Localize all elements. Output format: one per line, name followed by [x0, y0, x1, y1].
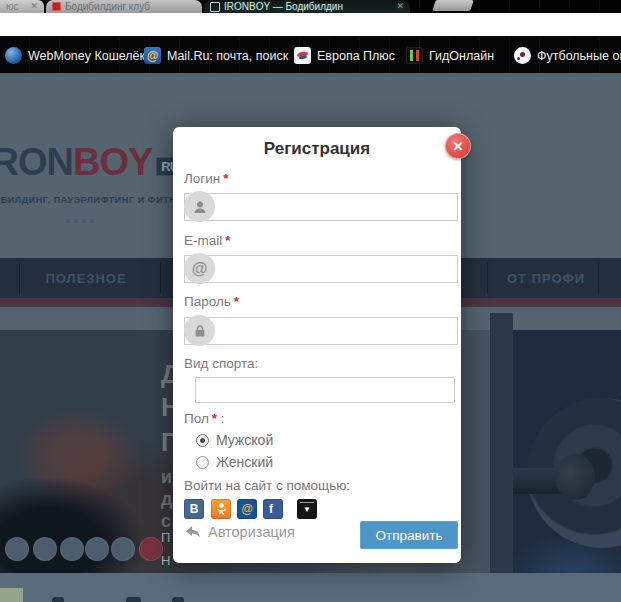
new-tab-button[interactable] — [432, 0, 474, 11]
sidebar-image-dumbbell[interactable] — [513, 330, 621, 577]
lock-icon — [184, 315, 215, 346]
radio-female-label: Женский — [216, 454, 273, 470]
slider-dot-5[interactable] — [111, 537, 135, 561]
slider-dot-1[interactable] — [5, 537, 29, 561]
nav-separator — [160, 262, 161, 294]
slider-dot-4[interactable] — [85, 537, 109, 561]
nav-separator — [598, 262, 599, 294]
address-bar[interactable] — [0, 13, 621, 38]
nav-item-label: ПОЛЕЗНОЕ — [45, 271, 126, 286]
mailru-social-icon[interactable]: @ — [237, 499, 257, 519]
sport-label: Вид спорта: — [184, 356, 258, 371]
nav-separator — [487, 262, 488, 294]
gender-label: Пол* : — [184, 411, 225, 426]
gidonline-icon — [406, 47, 423, 64]
required-asterisk: * — [225, 233, 230, 248]
required-asterisk: * — [234, 294, 239, 309]
nav-item-label: ОТ ПРОФИ — [507, 271, 585, 286]
bookmark-webmoney[interactable]: WebMoney Кошелёк — [5, 38, 145, 73]
reply-arrow-icon — [184, 524, 202, 540]
gender-option-male[interactable]: Мужской — [196, 432, 273, 448]
slider-text-fragment: с — [161, 512, 171, 530]
webmoney-icon — [5, 47, 22, 64]
nav-item-poleznoe[interactable]: ПОЛЕЗНОЕ — [30, 258, 142, 298]
brand-tagline: БОДИБИЛДИНГ, ПАУЭРЛИФТИНГ И ФИТНЕС — [0, 195, 174, 205]
bookmarks-bar: WebMoney Кошелёк @ Mail.Ru: почта, поиск… — [0, 38, 621, 73]
brand-part-boy: BOY — [73, 141, 152, 183]
cms-favicon-icon — [52, 2, 61, 11]
slider-text-fragment: П — [161, 531, 170, 544]
bookmark-label: Европа Плюс — [317, 49, 395, 63]
more-providers-icon[interactable]: ▼ — [297, 499, 317, 519]
login-input[interactable] — [184, 193, 458, 221]
football-icon — [514, 47, 531, 64]
bookmark-europa-plus[interactable]: Европа Плюс — [294, 38, 395, 73]
email-input[interactable] — [184, 255, 458, 283]
site-logo[interactable]: IRONBOYRU БОДИБИЛДИНГ, ПАУЭРЛИФТИНГ И ФИ… — [0, 73, 174, 248]
facebook-icon[interactable]: f — [263, 499, 283, 519]
social-login-label: Войти на сайт с помощью: — [184, 478, 350, 493]
logo-dots — [66, 219, 94, 223]
required-asterisk: * — [212, 411, 217, 426]
bookmark-label: Mail.Ru: почта, поиск — [167, 49, 288, 63]
bookmark-label: Футбольные онлайн — [537, 49, 621, 63]
page-content-strip — [0, 573, 621, 602]
bookmark-label: ГидОнлайн — [429, 49, 494, 63]
mailru-icon: @ — [144, 47, 161, 64]
slider-text-fragment: Н — [161, 554, 170, 567]
slider-dot-2[interactable] — [33, 537, 57, 561]
slider-dot-3[interactable] — [60, 537, 84, 561]
nav-item-ot-profi[interactable]: ОТ ПРОФИ — [498, 258, 594, 298]
tab-close-icon[interactable]: ✕ — [396, 2, 404, 11]
clipped-heading — [126, 597, 141, 602]
gender-option-female[interactable]: Женский — [196, 454, 273, 470]
slider-text-fragment: д — [161, 490, 172, 508]
bookmark-gidonline[interactable]: ГидОнлайн — [406, 38, 494, 73]
slider-text-fragment: и — [161, 468, 172, 486]
tab-ironboy-active[interactable]: IRONBOY — Бодибилдин ✕ — [204, 0, 410, 13]
dumbbell-collar — [555, 454, 595, 500]
brand-ru-badge: RU — [156, 157, 174, 176]
browser-tab-strip: юс ✕ Бодибилдинг клуб IRONBOY — Бодибилд… — [0, 0, 621, 13]
password-label: Пароль* — [184, 294, 239, 309]
tab-label: Бодибилдинг клуб — [65, 1, 150, 12]
odnoklassniki-icon[interactable] — [211, 499, 231, 519]
modal-title: Регистрация — [173, 139, 461, 159]
radio-female[interactable] — [196, 456, 209, 469]
registration-modal: ✕ Регистрация Логин* E-mail* @ Пароль* В… — [173, 127, 461, 563]
europa-plus-icon — [294, 47, 311, 64]
sport-input[interactable] — [195, 377, 455, 403]
tab-bodybuilding-club[interactable]: Бодибилдинг клуб — [46, 0, 202, 13]
tab-partial-label: юс — [6, 1, 19, 12]
clipped-heading — [172, 597, 184, 602]
tab-label: IRONBOY — Бодибилдин — [224, 1, 343, 12]
bookmark-football[interactable]: Футбольные онлайн — [514, 38, 621, 73]
user-icon — [184, 191, 215, 222]
radio-male[interactable] — [196, 434, 209, 447]
brand-part-iron: IRON — [0, 141, 73, 183]
at-icon: @ — [184, 253, 215, 284]
password-input[interactable] — [184, 317, 458, 345]
slider-dot-6-active[interactable] — [139, 537, 163, 561]
bookmark-label: WebMoney Кошелёк — [28, 49, 145, 63]
bookmark-mailru[interactable]: @ Mail.Ru: почта, поиск — [144, 38, 288, 73]
required-asterisk: * — [223, 171, 228, 186]
tab-close-icon[interactable]: ✕ — [30, 2, 38, 11]
radio-male-label: Мужской — [216, 432, 273, 448]
login-label: Логин* — [184, 171, 229, 186]
submit-button[interactable]: Отправить — [360, 521, 458, 549]
brand-text: IRONBOYRU — [0, 141, 174, 184]
authorization-label: Авторизация — [208, 524, 295, 540]
clipped-heading — [52, 597, 64, 602]
nav-separator — [19, 262, 20, 294]
screen: юс ✕ Бодибилдинг клуб IRONBOY — Бодибилд… — [0, 0, 621, 602]
page-favicon-icon — [210, 2, 220, 12]
slider-frame — [490, 313, 513, 577]
vk-icon[interactable]: В — [184, 499, 204, 519]
tab-partial[interactable]: юс ✕ — [0, 0, 44, 13]
email-label: E-mail* — [184, 233, 231, 248]
authorization-link[interactable]: Авторизация — [184, 524, 295, 540]
content-thumbnail — [0, 588, 23, 602]
